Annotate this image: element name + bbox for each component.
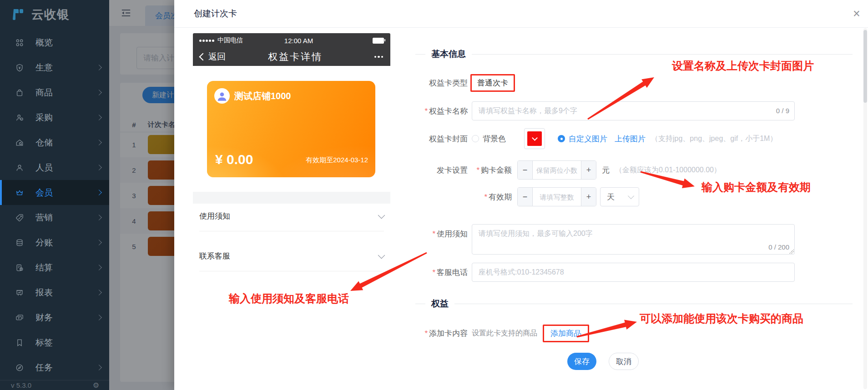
amount-range-note: （金额应该为0.01-1000000.00） — [615, 165, 721, 175]
custom-image-option-label[interactable]: 自定义图片 — [569, 134, 607, 144]
custom-image-radio[interactable] — [558, 135, 565, 142]
sidebar-item-marketing[interactable]: 营销 — [0, 205, 109, 230]
upload-image-link[interactable]: 上传图片 — [615, 134, 646, 144]
service-phone-label: *客服电话 — [415, 267, 468, 278]
usage-notice-textarea[interactable] — [472, 224, 795, 255]
app-version: v 5.3.0 — [11, 381, 31, 389]
chevron-right-icon — [96, 165, 102, 170]
usage-notice-accordion[interactable]: 使用须知 — [199, 208, 384, 224]
usage-notice-label: *使用须知 — [415, 229, 468, 239]
service-phone-row: *客服电话 — [415, 263, 853, 282]
chevron-down-icon — [378, 211, 385, 219]
divider — [199, 231, 384, 231]
sidebar-footer: v 5.3.0 ⚙ — [0, 380, 109, 390]
sidebar-item-tag[interactable]: 标签 — [0, 330, 109, 355]
amount-input[interactable] — [533, 161, 581, 179]
more-icon[interactable] — [374, 56, 384, 58]
divider — [199, 271, 384, 271]
decrement-button[interactable]: − — [518, 188, 533, 206]
color-swatch-picker[interactable] — [524, 128, 545, 149]
sidebar-item-business[interactable]: 生意 — [0, 55, 109, 80]
split-account-icon — [15, 238, 25, 248]
chevron-right-icon — [96, 290, 102, 295]
chevron-right-icon — [96, 215, 102, 220]
warehouse-icon — [15, 138, 25, 148]
upload-format-note: （支持jpg、png、jpeg、gif，小于1M） — [651, 134, 777, 144]
card-type-row: 权益卡类型 普通次卡 — [415, 73, 853, 93]
modal-footer: 保存 取消 — [567, 353, 639, 370]
chevron-right-icon — [96, 315, 102, 320]
chevron-right-icon — [96, 140, 102, 145]
sidebar-item-member[interactable]: 会员 — [0, 180, 109, 205]
goods-icon — [15, 88, 25, 98]
chevron-right-icon — [96, 265, 102, 270]
marketing-icon — [15, 213, 25, 223]
annotation-set-name-cover: 设置名称及上传次卡封面图片 — [672, 59, 814, 73]
chevron-right-icon — [96, 115, 102, 120]
personnel-icon — [15, 163, 25, 173]
increment-button[interactable]: + — [581, 161, 596, 179]
sidebar-item-purchase[interactable]: 采购 — [0, 105, 109, 130]
phone-section-spacer — [193, 192, 390, 204]
overview-icon — [15, 38, 25, 48]
add-goods-annotation-box: 添加商品 — [543, 325, 589, 342]
add-goods-link[interactable]: 添加商品 — [550, 329, 581, 338]
increment-button[interactable]: + — [581, 188, 596, 206]
section-rights: 权益 — [415, 298, 853, 310]
business-icon — [15, 63, 25, 73]
save-button[interactable]: 保存 — [567, 353, 596, 370]
sidebar-item-personnel[interactable]: 人员 — [0, 155, 109, 180]
member-icon — [15, 188, 25, 198]
issue-settings-label: 发卡设置 — [415, 165, 468, 175]
validity-stepper: − + — [517, 187, 596, 206]
gear-icon[interactable]: ⚙ — [93, 381, 99, 390]
sidebar-item-warehouse[interactable]: 仓储 — [0, 130, 109, 155]
bg-color-option-label[interactable]: 背景色 — [483, 134, 506, 144]
modal-title: 创建计次卡 — [194, 8, 237, 20]
finance-icon — [15, 313, 25, 323]
contact-service-accordion[interactable]: 联系客服 — [199, 248, 384, 264]
chevron-right-icon — [96, 240, 102, 245]
decrement-button[interactable]: − — [518, 161, 533, 179]
chevron-left-icon — [199, 53, 207, 61]
clock-label: 12:00 AM — [225, 37, 373, 45]
sidebar-item-settlement[interactable]: 结算 — [0, 255, 109, 280]
annotation-notice-phone: 输入使用须知及客服电话 — [229, 291, 349, 306]
amount-stepper: − + — [517, 160, 596, 180]
purchase-amount-label: *购卡金额 — [468, 165, 512, 175]
sidebar-item-finance[interactable]: 财务 — [0, 305, 109, 330]
card-price: ¥ 0.00 — [215, 152, 253, 167]
sidebar: 云收银 概览 生意 商品 采购 — [0, 0, 109, 390]
bg-color-radio[interactable] — [472, 135, 479, 142]
store-name: 测试店铺1000 — [234, 90, 291, 102]
battery-icon — [373, 38, 384, 44]
scrollbar-thumb[interactable] — [863, 30, 867, 103]
card-type-label: 权益卡类型 — [415, 78, 468, 88]
sidebar-item-task[interactable]: 任务 — [0, 355, 109, 380]
sidebar-item-goods[interactable]: 商品 — [0, 80, 109, 105]
service-phone-input[interactable] — [472, 263, 795, 282]
char-counter: 0 / 200 — [768, 243, 789, 251]
signal-icon — [199, 40, 214, 42]
sidebar-item-report[interactable]: 报表 — [0, 280, 109, 305]
validity-unit-select[interactable]: 天 — [600, 187, 639, 206]
phone-nav-bar: 返回 权益卡详情 — [193, 48, 390, 66]
sidebar-menu: 概览 生意 商品 采购 仓储 — [0, 27, 109, 380]
card-name-input[interactable] — [472, 101, 795, 120]
card-cover-label: 权益卡封面 — [415, 134, 468, 144]
cancel-button[interactable]: 取消 — [609, 353, 639, 370]
chevron-down-icon — [532, 135, 538, 141]
sidebar-item-overview[interactable]: 概览 — [0, 30, 109, 55]
store-avatar — [214, 88, 230, 104]
settlement-icon — [15, 263, 25, 273]
tag-icon — [15, 338, 25, 348]
sidebar-item-split-account[interactable]: 分账 — [0, 230, 109, 255]
app-logo: 云收银 — [0, 0, 109, 27]
card-name-label: *权益卡名称 — [415, 106, 468, 116]
validity-input[interactable] — [533, 188, 581, 206]
card-content-hint: 设置此卡支持的商品 — [472, 329, 537, 338]
resize-handle[interactable] — [789, 249, 794, 254]
app-window: 云收银 概览 生意 商品 采购 — [0, 0, 868, 390]
validity-label: *有效期 — [468, 192, 512, 202]
close-icon[interactable]: × — [848, 5, 865, 22]
